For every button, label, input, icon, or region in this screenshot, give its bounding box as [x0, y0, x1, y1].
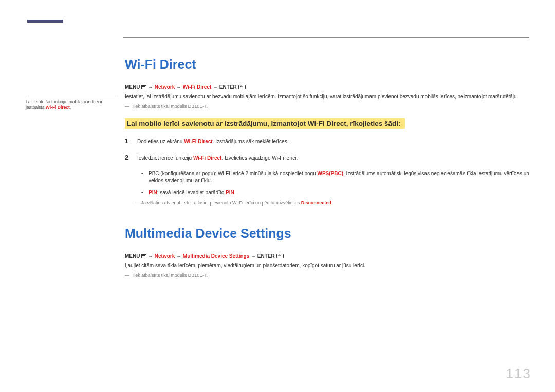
sidebar-note-area: Lai lietotu šo funkciju, mobilajai ierīc…	[26, 38, 116, 287]
sidebar-note: Lai lietotu šo funkciju, mobilajai ierīc…	[26, 99, 116, 111]
section-title-multimedia: Multimedia Device Settings	[125, 226, 529, 241]
menu-network: Network	[155, 253, 175, 259]
menu-target: Multimedia Device Settings	[183, 253, 249, 259]
menu-icon	[141, 254, 146, 258]
menu-path-wifi-direct: MENU → Network → Wi-Fi Direct → ENTER	[125, 84, 529, 90]
chapter-indicator	[27, 20, 63, 23]
arrow: →	[176, 84, 183, 90]
sidebar-rule	[26, 96, 116, 96]
bullet-item: PBC (konfigurēšana ar pogu): Wi-Fi ierīc…	[141, 170, 529, 185]
intro-paragraph: Iestatiet, lai izstrādājumu savienotu ar…	[125, 93, 529, 101]
enter-icon	[276, 254, 284, 258]
arrow: →	[148, 253, 155, 259]
step-text: Dodieties uz ekrānu Wi-Fi Direct. Izstrā…	[137, 138, 288, 145]
menu-network: Network	[155, 84, 175, 90]
step-row: 1 Dodieties uz ekrānu Wi-Fi Direct. Izst…	[125, 137, 529, 145]
sidebar-note-end: .	[70, 105, 71, 110]
arrow: →	[176, 253, 183, 259]
page-number: 113	[506, 366, 531, 382]
menu-path-multimedia: MENU → Network → Multimedia Device Setti…	[125, 253, 529, 259]
two-column-layout: Lai lietotu šo funkciju, mobilajai ierīc…	[26, 38, 529, 287]
main-content: Wi-Fi Direct MENU → Network → Wi-Fi Dire…	[125, 38, 529, 287]
menu-label: MENU	[125, 253, 140, 259]
step-sub-bullets: PBC (konfigurēšana ar pogu): Wi-Fi ierīc…	[141, 170, 529, 197]
arrow: →	[148, 84, 155, 90]
model-support-note: ―Tiek atbalstīts tikai modelis DB10E-T.	[125, 104, 529, 109]
step-row: 2 Ieslēdziet ierīcē funkciju Wi-Fi Direc…	[125, 154, 529, 162]
page-root: Lai lietotu šo funkciju, mobilajai ierīc…	[0, 0, 555, 287]
intro-paragraph: Ļaujiet citām sava tīkla ierīcēm, piemēr…	[125, 262, 529, 270]
enter-icon	[238, 85, 246, 89]
menu-icon	[141, 85, 146, 89]
arrow: →	[251, 253, 257, 259]
bullet-item: PIN: savā ierīcē ievadiet parādīto PIN.	[141, 189, 529, 197]
arrow: →	[213, 84, 219, 90]
menu-target: Wi-Fi Direct	[183, 84, 211, 90]
step-number: 2	[125, 154, 131, 161]
model-support-note: ―Tiek atbalstīts tikai modelis DB10E-T.	[125, 273, 529, 278]
step-number: 1	[125, 137, 131, 145]
menu-label: MENU	[125, 84, 140, 90]
menu-enter: ENTER	[257, 253, 275, 259]
highlight-heading: Lai mobilo ierīci savienotu ar izstrādāj…	[125, 118, 405, 129]
disconnect-note: ― Ja vēlaties atvienot ierīci, atlasiet …	[135, 200, 529, 206]
section-title-wifi-direct: Wi-Fi Direct	[125, 57, 529, 72]
menu-enter: ENTER	[219, 84, 237, 90]
step-text: Ieslēdziet ierīcē funkciju Wi-Fi Direct.…	[137, 155, 298, 162]
sidebar-note-keyword: Wi-Fi Direct	[46, 105, 70, 110]
